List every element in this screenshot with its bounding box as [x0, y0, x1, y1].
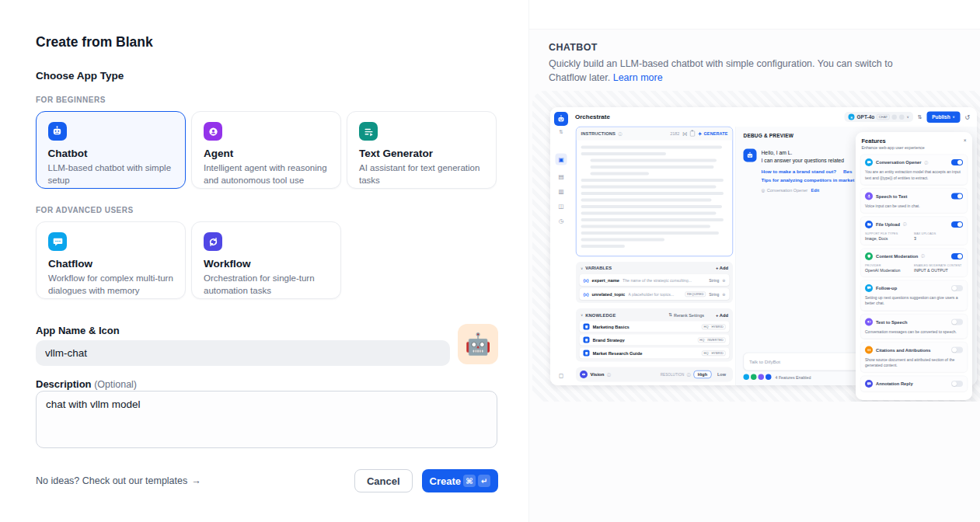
variables-shortcut-icon: [x]	[682, 131, 687, 136]
cancel-button[interactable]: Cancel	[354, 469, 413, 492]
chatflow-icon	[48, 232, 67, 251]
generate-button: GENERATE	[698, 131, 728, 136]
model-selector: ∗ GPT-4o CHAT ∨	[844, 112, 912, 122]
toggle-on	[951, 159, 963, 165]
char-count: 2182	[670, 131, 679, 136]
knowledge-row: Market Research Guide HQ · HYBRID	[580, 348, 730, 359]
file-feature-dot-icon	[766, 374, 772, 381]
app-type-card-text-generator[interactable]: Text Generator AI assistant for text gen…	[347, 111, 497, 189]
detail-top-strip	[529, 0, 980, 30]
toggle-off	[951, 347, 963, 353]
variable-row: {x} expert_name The name of the strategi…	[580, 274, 730, 286]
variable-icon: {x}	[584, 278, 589, 283]
create-button[interactable]: Create ⌘ ↵	[422, 469, 498, 492]
knowledge-section: ∨ KNOWLEDGE ⇅ Rerank Settings + Add	[576, 308, 733, 362]
toggle-on	[951, 193, 963, 200]
clipboard-icon	[690, 131, 695, 137]
chat-bubble-icon	[865, 284, 873, 292]
advanced-section-label: FOR ADVANCED USERS	[36, 206, 134, 214]
card-desc: AI assistant for text generation tasks	[359, 162, 484, 187]
preview-sidebar: ⇅ ▣ ▤ ▥ ◫ ◷ ◻	[550, 107, 572, 385]
card-title: Agent	[204, 148, 329, 159]
app-type-card-workflow[interactable]: Workflow Orchestration for single-turn a…	[191, 221, 341, 299]
orchestrate-tab-icon: ▣	[556, 154, 567, 165]
suggestion-link: Bes	[843, 169, 852, 174]
preview-nav-icons: ▣ ▤ ▥ ◫ ◷	[556, 154, 567, 224]
index-mode-badge: HQ · INVERTED	[698, 337, 726, 343]
instructions-panel: INSTRUCTIONS ⓘ 2182 [x] GENERATE	[576, 127, 733, 256]
app-name-label: App Name & Icon	[36, 325, 120, 336]
info-icon: ⓘ	[924, 160, 928, 165]
templates-link[interactable]: No ideas? Check out our templates →	[36, 475, 201, 486]
monitoring-icon: ◷	[559, 218, 564, 224]
agent-icon	[204, 122, 222, 141]
gear-icon: ⊛	[722, 278, 725, 283]
logs-icon: ▥	[558, 188, 563, 195]
description-textarea[interactable]	[36, 391, 497, 448]
chevron-down-icon: ∨	[952, 115, 955, 119]
app-name-input[interactable]	[36, 340, 450, 366]
shield-icon	[865, 252, 873, 260]
folder-icon	[865, 221, 873, 228]
info-icon: ⓘ	[687, 372, 691, 378]
card-title: Text Generator	[359, 148, 484, 159]
history-icon: ↺	[964, 113, 970, 121]
app-type-card-agent[interactable]: Agent Intelligent agent with reasoning a…	[191, 111, 341, 189]
gallery-icon: ▤	[558, 173, 563, 180]
preview-header: Orchestrate ∗ GPT-4o CHAT ∨ ⇅	[572, 107, 977, 127]
card-desc: Orchestration for single-turn automation…	[204, 272, 329, 298]
app-icon-button[interactable]: 🤖	[458, 324, 498, 364]
chatbot-preview-illustration: ⇅ ▣ ▤ ▥ ◫ ◷ ◻ Orchestrate	[532, 91, 980, 402]
chatbot-icon	[48, 122, 67, 141]
app-type-card-chatbot[interactable]: Chatbot LLM-based chatbot with simple se…	[36, 111, 186, 189]
index-mode-badge: HQ · HYBRID	[702, 324, 726, 329]
model-param-icon	[899, 114, 905, 120]
speech-feature-dot-icon	[759, 374, 765, 381]
features-panel: Features × Enhance web-app user experien…	[856, 132, 972, 400]
vision-section: Vision ⓘ RESOLUTION ⓘ High Low	[576, 367, 733, 382]
collapse-icon: ◻	[559, 372, 563, 379]
card-title: Chatflow	[48, 258, 173, 270]
learn-more-link[interactable]: Learn more	[613, 72, 663, 83]
app-type-card-chatflow[interactable]: Chatflow Workflow for complex multi-turn…	[36, 221, 186, 299]
toggle-off	[951, 318, 963, 325]
card-desc: LLM-based chatbot with simple setup	[48, 162, 174, 187]
page-title: Create from Blank	[36, 34, 153, 50]
rerank-settings-button: ⇅ Rerank Settings	[668, 312, 704, 318]
card-title: Workflow	[204, 258, 329, 270]
moderation-feature-dot-icon	[751, 374, 757, 381]
feature-card-follow-up: Follow-up Setting up next questions sugg…	[860, 280, 968, 311]
toggle-off	[951, 381, 963, 387]
preview-orchestrate-column: INSTRUCTIONS ⓘ 2182 [x] GENERATE	[572, 127, 735, 385]
swap-app-icon: ⇅	[559, 129, 563, 135]
beginner-cards-row: Chatbot LLM-based chatbot with simple se…	[36, 111, 497, 189]
chevron-down-icon: ∨	[581, 266, 583, 270]
microphone-icon	[865, 193, 873, 200]
suggestion-link: How to make a brand stand out?	[762, 169, 837, 174]
feature-card-citations: Citations and Attributions Show source d…	[860, 342, 968, 373]
variable-row: {x} unrelated_topic A placeholder for to…	[580, 288, 730, 300]
toggle-off	[951, 285, 963, 291]
feature-card-text-to-speech: Text to Speech Conversation messages can…	[860, 314, 968, 339]
feature-card-file-upload: File Upload ⓘ SUPPORT FILE TYPES Image, …	[860, 216, 968, 245]
beginners-section-label: FOR BEGINNERS	[36, 96, 106, 104]
speaker-icon	[865, 318, 873, 325]
bot-avatar-icon	[744, 149, 757, 162]
detail-heading: CHATBOT	[549, 42, 598, 53]
variable-icon: {x}	[584, 292, 589, 297]
required-badge: REQUIRED	[685, 291, 706, 297]
index-mode-badge: HQ · HYBRID	[702, 350, 726, 356]
info-icon: ⓘ	[921, 254, 925, 259]
arrow-right-icon: →	[191, 475, 201, 486]
chat-bubble-icon	[865, 158, 873, 166]
advanced-cards-row: Chatflow Workflow for complex multi-turn…	[36, 221, 341, 299]
toggle-on	[951, 221, 963, 228]
optional-hint: (Optional)	[94, 379, 137, 390]
document-icon	[584, 350, 590, 357]
choose-app-type-label: Choose App Type	[36, 70, 124, 82]
enter-key-icon: ↵	[478, 475, 490, 487]
feature-card-annotation-reply: Annotation Reply	[860, 376, 968, 392]
description-label: Description (Optional)	[36, 378, 137, 390]
resolution-high-chip: High	[693, 371, 711, 378]
resolution-low-chip: Low	[714, 371, 729, 378]
